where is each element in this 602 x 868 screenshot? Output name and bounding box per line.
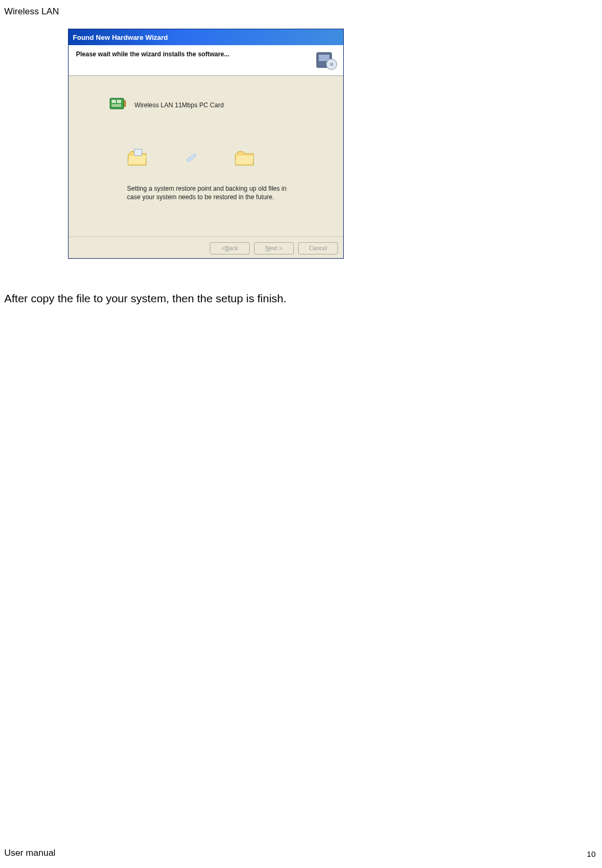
cancel-button: Cancel	[298, 242, 338, 254]
back-button: < Back	[210, 242, 250, 254]
svg-rect-6	[117, 100, 121, 103]
next-rest: ext >	[269, 245, 282, 251]
status-text: Setting a system restore point and backi…	[127, 184, 297, 201]
dialog-titlebar: Found New Hardware Wizard	[69, 29, 343, 45]
back-ul: B	[225, 245, 228, 251]
install-disc-icon	[315, 48, 338, 72]
svg-rect-5	[112, 100, 116, 103]
banner-text: Please wait while the wizard installs th…	[76, 50, 336, 58]
page-header: Wireless LAN	[4, 6, 59, 17]
file-transfer-animation	[127, 148, 333, 169]
svg-point-3	[330, 63, 333, 66]
dialog-content: Wireless LAN 11Mbps PC Card	[69, 76, 343, 236]
footer-page-number: 10	[587, 849, 596, 858]
device-card-icon	[109, 96, 127, 114]
device-row: Wireless LAN 11Mbps PC Card	[109, 96, 333, 114]
next-button: Next >	[254, 242, 294, 254]
dialog-button-row: < Back Next > Cancel	[69, 236, 343, 259]
back-rest: ack	[229, 245, 238, 251]
body-caption: After copy the file to your system, then…	[4, 292, 286, 305]
cancel-label: Cancel	[309, 245, 327, 251]
svg-rect-9	[134, 149, 142, 156]
hardware-wizard-dialog: Found New Hardware Wizard Please wait wh…	[68, 29, 344, 259]
dialog-banner: Please wait while the wizard installs th…	[69, 45, 343, 76]
svg-rect-7	[112, 104, 121, 107]
svg-rect-8	[124, 100, 126, 107]
flying-paper-icon	[185, 152, 197, 165]
device-name: Wireless LAN 11Mbps PC Card	[134, 101, 224, 109]
next-ul: N	[265, 245, 269, 251]
footer-left: User manual	[4, 848, 55, 858]
dialog-title: Found New Hardware Wizard	[73, 33, 168, 41]
folder-source-icon	[127, 148, 148, 169]
folder-dest-icon	[234, 148, 256, 169]
